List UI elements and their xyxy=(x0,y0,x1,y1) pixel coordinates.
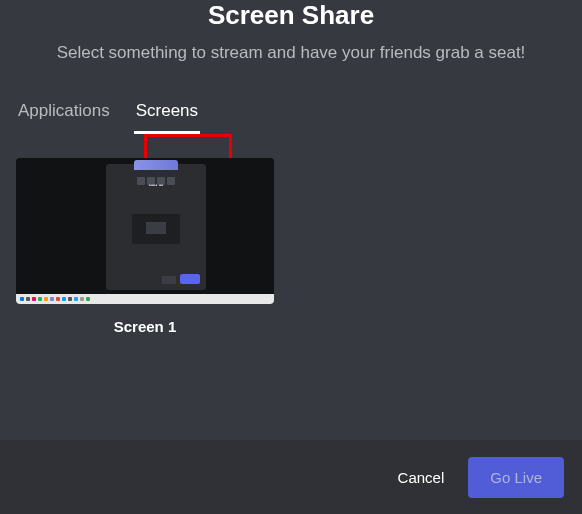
screen-thumbnail: •••• •• xyxy=(16,158,274,304)
dialog-footer: Cancel Go Live xyxy=(0,440,582,514)
tab-applications[interactable]: Applications xyxy=(16,95,112,131)
tab-bar: Applications Screens xyxy=(0,95,582,134)
screen-item[interactable]: •••• •• Screen 1 xyxy=(16,158,274,335)
cancel-button[interactable]: Cancel xyxy=(392,459,451,496)
tab-screens[interactable]: Screens xyxy=(134,95,200,134)
screens-grid: •••• •• Screen 1 xyxy=(0,134,582,359)
screen-label: Screen 1 xyxy=(16,318,274,335)
dialog-subtitle: Select something to stream and have your… xyxy=(0,41,582,65)
go-live-button[interactable]: Go Live xyxy=(468,457,564,498)
dialog-title: Screen Share xyxy=(0,0,582,31)
